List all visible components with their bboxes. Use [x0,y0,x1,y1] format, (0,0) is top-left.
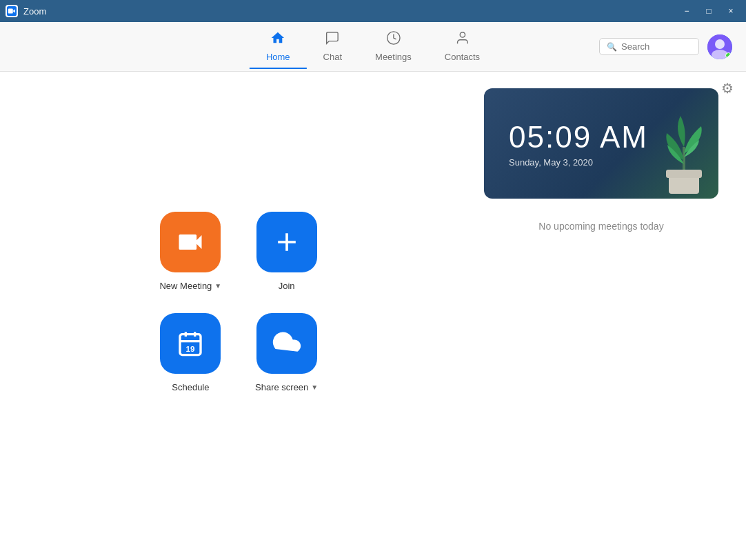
meetings-icon [385,30,401,49]
share-screen-label: Share screen ▼ [255,382,318,392]
camera-icon [175,227,205,257]
titlebar-left: Zoom [6,5,46,17]
action-grid: New Meeting ▼ Join [159,212,318,392]
join-item: Join [255,212,318,291]
plant-decoration [649,109,718,199]
titlebar-title: Zoom [23,6,46,17]
tab-chat-label: Chat [323,52,342,62]
search-input[interactable] [621,41,692,52]
titlebar-controls: − □ × [677,4,740,18]
avatar-status-dot [725,52,732,59]
close-button[interactable]: × [721,4,740,18]
zoom-logo [6,5,18,17]
maximize-button[interactable]: □ [699,4,718,18]
join-button[interactable] [256,212,317,272]
clock-card: 05:09 AM Sunday, May 3, 2020 [484,88,718,199]
search-icon: 🔍 [607,42,617,52]
schedule-button[interactable]: 19 [160,313,221,374]
join-label: Join [279,281,295,291]
tab-meetings[interactable]: Meetings [359,25,428,69]
svg-rect-15 [666,170,702,178]
plus-icon [272,227,302,257]
new-meeting-item: New Meeting ▼ [159,212,222,291]
nav-tabs: Home Chat Meetings [250,25,496,69]
new-meeting-text: New Meeting [159,281,212,291]
upload-icon [272,328,302,359]
tab-contacts-label: Contacts [445,52,480,62]
clock-time: 05:09 AM [509,120,648,154]
svg-point-2 [460,32,465,37]
tab-meetings-label: Meetings [375,52,412,62]
svg-text:19: 19 [186,344,195,353]
schedule-item: 19 Schedule [159,313,222,392]
schedule-text: Schedule [172,382,209,392]
new-meeting-label: New Meeting ▼ [159,281,221,291]
avatar[interactable] [707,34,732,59]
clock-date: Sunday, May 3, 2020 [509,157,593,168]
share-screen-text: Share screen [255,382,308,392]
svg-point-4 [715,39,725,49]
new-meeting-button[interactable] [160,212,221,272]
calendar-icon: 19 [177,330,204,357]
titlebar: Zoom − □ × [0,0,746,22]
settings-area: ⚙ [721,80,734,97]
tab-home-label: Home [266,52,290,62]
tab-chat[interactable]: Chat [307,25,359,69]
home-icon [270,30,285,49]
schedule-label: Schedule [172,382,209,392]
search-box[interactable]: 🔍 [599,38,699,55]
navbar-right: 🔍 [599,34,732,59]
settings-icon[interactable]: ⚙ [721,81,734,96]
right-panel: 05:09 AM Sunday, May 3, 2020 No [477,72,746,560]
share-screen-button[interactable] [256,313,317,374]
tab-contacts[interactable]: Contacts [428,25,496,69]
no-meetings-text: No upcoming meetings today [538,221,663,232]
minimize-button[interactable]: − [677,4,696,18]
navbar: Home Chat Meetings [0,22,746,72]
share-screen-item: Share screen ▼ [255,313,318,392]
new-meeting-chevron: ▼ [214,282,221,290]
join-text: Join [279,281,295,291]
share-screen-chevron: ▼ [311,383,318,391]
chat-icon [325,30,340,49]
contacts-icon [454,30,470,49]
tab-home[interactable]: Home [250,25,307,69]
main-content: ⚙ New Meeting ▼ [0,72,746,560]
left-panel: New Meeting ▼ Join [0,72,477,560]
